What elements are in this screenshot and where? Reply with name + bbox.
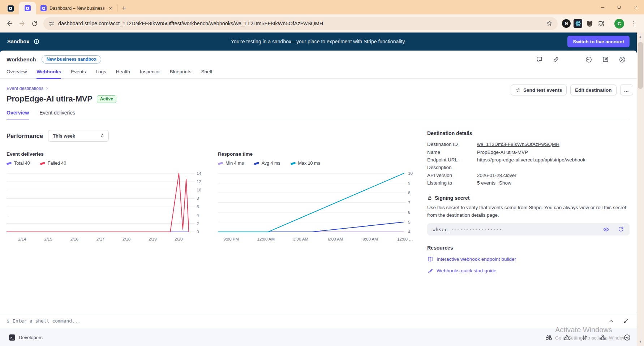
destination-tab-overview[interactable]: Overview [7,110,29,120]
detail-value-text: 5 events [477,180,495,186]
reveal-eye-icon[interactable] [603,226,610,233]
legend-label: Total 40 [14,161,30,166]
resource-link[interactable]: Interactive webhook endpoint builder [427,256,630,262]
chart-legend: Min 4 msAvg 4 msMax 10 ms [218,161,416,166]
legend-label: Avg 4 ms [262,161,280,166]
detail-value[interactable]: we_1T2Dm5FF8IkWn5OfAzPwSQMH [477,142,630,147]
date-range-select[interactable]: This week [48,130,109,142]
bear-extension-icon[interactable] [584,18,595,29]
feedback-comment-icon[interactable] [536,56,543,63]
destination-tab-event-deliveries[interactable]: Event deliveries [39,110,75,120]
switch-to-live-button[interactable]: Switch to live account [567,36,630,47]
search-logs-binoculars-icon[interactable] [545,334,553,341]
tab-logs[interactable]: Logs [96,69,106,79]
notion-extension-icon[interactable]: N [561,18,572,29]
shell-command-input[interactable]: Enter a shell command... [13,318,608,324]
pinned-tab[interactable] [4,2,17,14]
x-axis-labels: 9:00 PM12:00 AM3:00 AM6:00 AM9:00 AM12:0… [218,237,406,242]
detail-label: Name [427,150,477,155]
legend-label: Max 10 ms [298,161,320,166]
tab-health[interactable]: Health [116,69,130,79]
browser-menu-icon[interactable]: ⋮ [627,20,640,27]
extensions-puzzle-icon[interactable] [595,18,607,29]
tab-close-icon[interactable]: × [107,5,113,11]
signing-secret-title: Signing secret [435,195,469,201]
close-workbench-icon[interactable] [619,56,626,63]
y-tick-label: 12 [197,180,201,184]
tab-webhooks[interactable]: Webhooks [37,69,61,79]
sandbox-message: You're testing in a sandbox—your place t… [231,39,406,44]
resource-link-label: Interactive webhook endpoint builder [437,256,516,262]
stripe-favicon-icon [40,5,47,11]
forward-icon[interactable] [16,17,28,30]
profile-avatar[interactable]: C [614,19,624,29]
alerts-warning-icon[interactable] [563,334,571,341]
tab-blueprints[interactable]: Blueprints [169,69,191,79]
y-tick-label: 2 [197,221,199,226]
chart-event-deliveries: Event deliveriesTotal 40Failed 401412108… [7,151,204,242]
collapse-window-icon[interactable] [602,56,609,63]
edit-destination-button[interactable]: Edit destination [570,85,616,95]
maximize-button[interactable] [611,0,627,14]
tab-events[interactable]: Events [71,69,86,79]
resource-link[interactable]: Webhooks quick start guide [427,268,630,274]
webhooks-nodes-icon[interactable] [599,334,606,341]
reload-icon[interactable] [28,17,40,30]
y-tick-label: 8 [408,191,410,195]
sandbox-label: Sandbox [7,39,29,44]
legend-item: Avg 4 ms [254,161,280,166]
tab-shell[interactable]: Shell [201,69,212,79]
status-chevron-icon[interactable] [623,334,631,341]
react-devtools-extension-icon[interactable] [572,18,584,29]
y-tick-label: 14 [197,171,201,176]
y-tick-label: 5 [408,220,410,224]
site-settings-icon[interactable] [48,21,55,27]
roll-secret-icon[interactable] [618,226,624,233]
active-mini-tab[interactable] [19,2,36,14]
select-chevrons-icon [100,133,105,138]
collapse-shell-icon[interactable] [608,318,614,324]
detail-value-text: https://prop-edge-ai.vercel.app/api/stri… [477,157,585,163]
dashboard-tab[interactable]: Dashboard – New business san × [36,2,116,14]
legend-swatch [290,162,296,165]
more-options-icon[interactable] [585,56,592,63]
tab-inspector[interactable]: Inspector [140,69,160,79]
page-scrollbar[interactable]: ▲ ▼ [637,33,644,346]
y-tick-label: 6 [408,210,410,215]
back-icon[interactable] [4,17,16,30]
developers-bar: >_ Developers [0,329,637,346]
api-traffic-arrows-icon[interactable] [581,334,588,341]
details-title: Destination details [427,130,630,136]
x-tick-label: 2/16 [70,237,78,241]
new-tab-button[interactable]: + [119,4,129,12]
copy-link-icon[interactable] [553,56,559,63]
series-failed [7,173,189,232]
url-text[interactable]: dashboard.stripe.com/acct_1T2DNkFF8IkWn5… [58,21,542,26]
url-bar[interactable]: dashboard.stripe.com/acct_1T2DNkFF8IkWn5… [43,17,558,30]
x-tick-label: 2/19 [149,237,156,241]
show-events-link[interactable]: Show [499,180,511,186]
legend-swatch [40,162,45,165]
legend-swatch [254,162,259,165]
sandbox-name-badge[interactable]: New business sandbox [42,55,101,64]
sandbox-banner: Sandbox You're testing in a sandbox—your… [0,33,637,51]
detail-value: PropEdge-AI utlra-MVP [477,150,630,155]
close-button[interactable] [627,0,644,14]
destination-details-panel: Destination details Destination IDwe_1T2… [427,130,630,274]
expand-shell-icon[interactable] [623,318,629,324]
scroll-up-icon[interactable]: ▲ [637,35,644,39]
page-title: PropEdge-AI utlra-MVP [7,94,93,104]
detail-value-text[interactable]: we_1T2Dm5FF8IkWn5OfAzPwSQMH [477,142,559,147]
detail-row: Endpoint URLhttps://prop-edge-ai.vercel.… [427,156,630,164]
overflow-menu-button[interactable]: … [620,85,634,95]
developers-button[interactable]: >_ Developers [9,334,43,341]
minimize-button[interactable] [594,0,611,14]
scrollbar-thumb[interactable] [638,42,643,89]
y-tick-label: 10 [408,171,413,176]
tab-overview[interactable]: Overview [7,69,27,79]
send-test-events-button[interactable]: Send test events [511,85,567,95]
info-icon[interactable] [34,39,39,44]
scroll-down-icon[interactable]: ▼ [637,340,644,343]
bookmark-star-icon[interactable] [546,20,553,27]
browser-tabstrip: Dashboard – New business san × + [0,0,644,14]
